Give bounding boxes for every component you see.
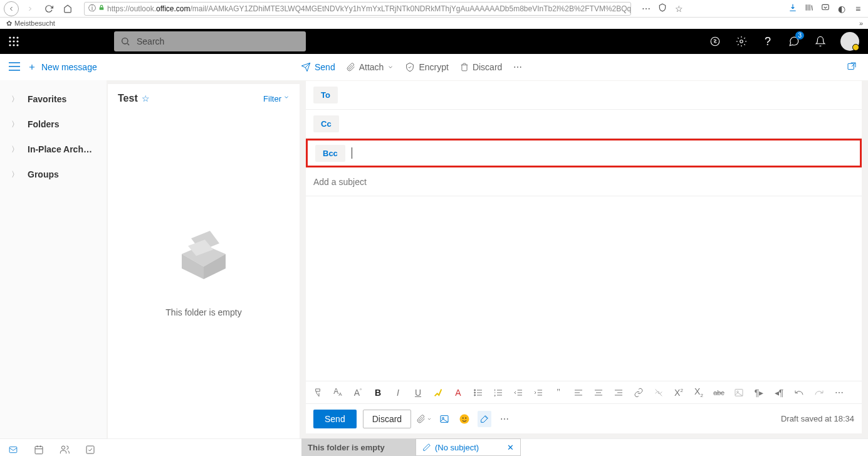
attach-inline-icon[interactable]: [417, 414, 431, 424]
browser-back-button[interactable]: [4, 1, 19, 16]
tasks-module-icon[interactable]: [85, 445, 95, 457]
settings-icon[interactable]: [735, 35, 748, 48]
browser-library-icon[interactable]: [803, 3, 815, 14]
svg-point-2: [9, 36, 11, 38]
align-center-icon[interactable]: [593, 388, 604, 398]
align-left-icon[interactable]: [573, 388, 584, 398]
to-input[interactable]: [344, 90, 854, 100]
underline-button[interactable]: U: [412, 388, 424, 398]
app-launcher-button[interactable]: [0, 36, 28, 46]
unlink-icon[interactable]: [653, 388, 664, 398]
font-size-icon[interactable]: A°: [352, 388, 363, 398]
folder-header: Test ☆ Filter: [108, 84, 300, 113]
browser-home-button[interactable]: [60, 1, 75, 16]
rtl-icon[interactable]: ◂¶: [773, 388, 785, 398]
attach-command[interactable]: Attach: [347, 62, 394, 72]
redo-icon[interactable]: [813, 388, 825, 398]
cc-button[interactable]: Cc: [313, 115, 339, 132]
tab-folder-empty[interactable]: This folder is empty: [301, 438, 416, 456]
nav-folders[interactable]: 〉 Folders: [0, 112, 107, 137]
browser-pocket-icon[interactable]: [819, 3, 832, 14]
bold-button[interactable]: B: [372, 388, 384, 398]
bookmarks-expand-icon[interactable]: »: [859, 19, 863, 27]
mail-module-icon[interactable]: [8, 445, 19, 457]
subject-row[interactable]: [306, 167, 862, 196]
browser-url-bar[interactable]: ⓘ https://outlook.office.com/mail/AAMkAG…: [84, 2, 631, 16]
discard-button[interactable]: Discard: [363, 410, 411, 428]
search-box[interactable]: Search: [114, 31, 306, 51]
to-row[interactable]: To: [306, 81, 862, 110]
nav-archive[interactable]: 〉 In-Place Archive…: [0, 137, 107, 162]
quote-icon[interactable]: ": [553, 388, 564, 398]
browser-menu-icon[interactable]: ≡: [852, 4, 864, 14]
svg-point-10: [16, 44, 18, 46]
notifications-icon[interactable]: [814, 35, 827, 48]
trash-icon: [460, 62, 469, 72]
undo-icon[interactable]: [793, 388, 805, 398]
more-commands-icon[interactable]: ⋯: [513, 62, 522, 72]
calendar-module-icon[interactable]: [34, 445, 44, 457]
italic-button[interactable]: I: [392, 388, 404, 398]
favorite-star-icon[interactable]: ☆: [142, 93, 150, 103]
bcc-button[interactable]: Bcc: [315, 145, 345, 162]
help-icon[interactable]: ?: [761, 35, 774, 48]
new-message-button[interactable]: New message: [28, 62, 97, 72]
chat-icon[interactable]: 3: [788, 35, 800, 48]
browser-star-icon[interactable]: ☆: [672, 4, 685, 14]
hamburger-button[interactable]: [9, 62, 20, 73]
cc-input[interactable]: [345, 119, 854, 129]
avatar[interactable]: [840, 32, 859, 51]
svg-point-4: [16, 36, 18, 38]
browser-ext-icon[interactable]: ◐: [835, 4, 848, 14]
browser-forward-button[interactable]: [23, 1, 38, 16]
font-color-icon[interactable]: A: [452, 388, 464, 398]
emoji-icon[interactable]: [458, 413, 471, 425]
insert-picture-icon[interactable]: [437, 414, 451, 424]
svg-point-8: [9, 44, 11, 46]
browser-reload-button[interactable]: [41, 1, 56, 16]
insert-image-icon[interactable]: [733, 388, 745, 398]
nav-favorites[interactable]: 〉 Favorites: [0, 87, 107, 112]
format-painter-icon[interactable]: [312, 388, 323, 398]
subject-input[interactable]: [313, 177, 854, 187]
discard-command[interactable]: Discard: [460, 62, 502, 72]
skype-icon[interactable]: [709, 35, 721, 48]
nav-groups[interactable]: 〉 Groups: [0, 162, 107, 187]
people-module-icon[interactable]: [59, 445, 70, 457]
browser-download-icon[interactable]: [787, 3, 799, 14]
font-icon[interactable]: AA: [332, 387, 343, 397]
superscript-icon[interactable]: X2: [673, 388, 684, 398]
popout-button[interactable]: [847, 61, 857, 73]
bcc-input[interactable]: [358, 148, 852, 158]
bookmark-item[interactable]: Meistbesucht: [14, 19, 55, 27]
browser-shield-icon[interactable]: [656, 3, 669, 14]
cc-row[interactable]: Cc: [306, 110, 862, 139]
to-button[interactable]: To: [313, 87, 338, 103]
url-text: https://outlook.office.com/mail/AAMkAGY1…: [107, 4, 631, 13]
send-button[interactable]: Send: [313, 410, 357, 428]
highlight-icon[interactable]: [432, 388, 444, 398]
close-tab-icon[interactable]: ✕: [507, 443, 514, 452]
indent-icon[interactable]: [533, 388, 544, 398]
link-icon[interactable]: [633, 388, 644, 398]
browser-bookmarks-bar: ✿ Meistbesucht »: [0, 18, 868, 29]
browser-more-icon[interactable]: ⋯: [640, 4, 652, 14]
numbering-icon[interactable]: [493, 388, 504, 398]
bcc-row[interactable]: Bcc: [306, 139, 862, 167]
ltr-icon[interactable]: ¶▸: [753, 388, 765, 398]
align-right-icon[interactable]: [613, 388, 624, 398]
subscript-icon[interactable]: X2: [693, 386, 704, 398]
toggle-format-icon[interactable]: [478, 411, 491, 427]
text-caret: [352, 147, 352, 159]
send-command[interactable]: Send: [301, 62, 335, 72]
svg-point-17: [474, 395, 476, 396]
filter-button[interactable]: Filter: [263, 94, 290, 103]
tab-draft[interactable]: (No subject) ✕: [416, 438, 521, 456]
outdent-icon[interactable]: [513, 388, 524, 398]
encrypt-command[interactable]: Encrypt: [405, 62, 448, 72]
message-body[interactable]: [306, 196, 862, 381]
more-formatting-icon[interactable]: ⋯: [834, 388, 845, 398]
bullets-icon[interactable]: [473, 388, 484, 398]
more-actions-icon[interactable]: ⋯: [498, 414, 511, 424]
strikethrough-icon[interactable]: abc: [713, 389, 724, 396]
